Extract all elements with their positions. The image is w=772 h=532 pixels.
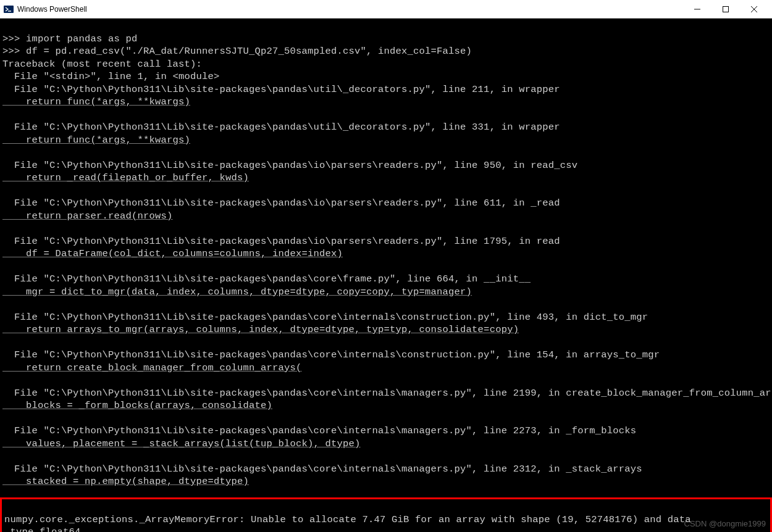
maximize-button[interactable] <box>711 0 740 19</box>
frame-file: File "C:\Python\Python311\Lib\site-packa… <box>2 312 648 323</box>
frame-code: mgr = dict_to_mgr(data, index, columns, … <box>2 286 472 297</box>
frame-file: File "C:\Python\Python311\Lib\site-packa… <box>2 463 642 475</box>
frame-file: File "C:\Python\Python311\Lib\site-packa… <box>2 122 560 133</box>
close-button[interactable] <box>740 0 768 19</box>
frame-file: File "C:\Python\Python311\Lib\site-packa… <box>2 273 531 285</box>
frame-code: blocks = _form_blocks(arrays, consolidat… <box>2 400 272 411</box>
svg-rect-3 <box>723 6 729 12</box>
error-line: type float64 <box>4 526 81 532</box>
window-title: Windows PowerShell <box>17 5 683 14</box>
window-controls <box>683 0 768 19</box>
prompt-line: >>> df = pd.read_csv("./RA_dat/RunnersSJ… <box>2 46 472 57</box>
frame-file: File "C:\Python\Python311\Lib\site-packa… <box>2 160 577 171</box>
frame-code: df = DataFrame(col_dict, columns=columns… <box>2 248 343 259</box>
minimize-button[interactable] <box>683 0 711 19</box>
frame-code: return func(*args, **kwargs) <box>2 96 190 107</box>
frame-file: File "C:\Python\Python311\Lib\site-packa… <box>2 388 772 399</box>
prompt-line: >>> import pandas as pd <box>2 33 138 44</box>
traceback-header: Traceback (most recent call last): <box>2 59 202 70</box>
window-titlebar: Windows PowerShell <box>0 0 772 19</box>
frame-file: File "C:\Python\Python311\Lib\site-packa… <box>2 197 560 209</box>
powershell-icon <box>4 4 14 14</box>
frame-code: return create_block_manager_from_column_… <box>2 362 302 373</box>
frame-code: stacked = np.empty(shape, dtype=dtype) <box>2 476 249 487</box>
frame-code: return parser.read(nrows) <box>2 210 173 222</box>
frame-file: File "C:\Python\Python311\Lib\site-packa… <box>2 84 560 95</box>
frame-file: File "C:\Python\Python311\Lib\site-packa… <box>2 236 560 247</box>
frame-file: File "C:\Python\Python311\Lib\site-packa… <box>2 425 636 436</box>
error-highlight-box: numpy.core._exceptions._ArrayMemoryError… <box>0 497 772 532</box>
error-line: numpy.core._exceptions._ArrayMemoryError… <box>4 514 691 525</box>
frame-code: return _read(filepath_or_buffer, kwds) <box>2 172 249 183</box>
frame-file: File "C:\Python\Python311\Lib\site-packa… <box>2 349 660 360</box>
frame-file: File "<stdin>", line 1, in <module> <box>2 71 220 82</box>
frame-code: return arrays_to_mgr(arrays, columns, in… <box>2 324 519 335</box>
frame-code: return func(*args, **kwargs) <box>2 135 190 146</box>
frame-code: values, placement = _stack_arrays(list(t… <box>2 438 361 449</box>
terminal-output[interactable]: >>> import pandas as pd >>> df = pd.read… <box>0 19 772 489</box>
